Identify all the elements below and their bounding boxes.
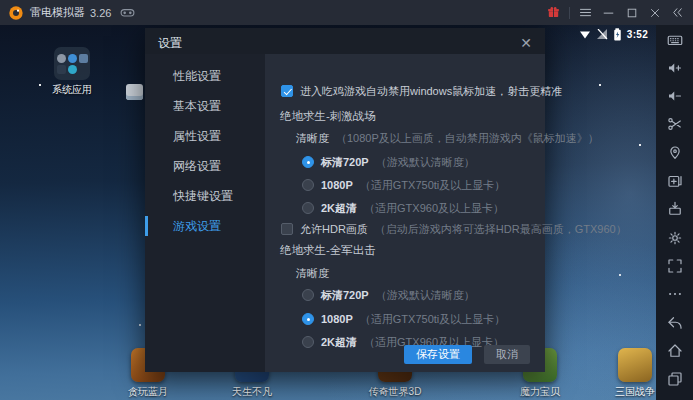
radio-icon[interactable] — [302, 179, 314, 191]
menu-icon — [578, 5, 593, 20]
toolbar-fullscreen-button[interactable] — [665, 257, 685, 276]
game-settings-panel: 进入吃鸡游戏自动禁用windows鼠标加速，射击更精准 绝地求生-刺激战场 清晰… — [265, 54, 545, 372]
close-window-button[interactable] — [643, 0, 666, 25]
radio-icon[interactable] — [302, 313, 314, 325]
dialog-header: 设置 ✕ — [145, 28, 545, 54]
fullscreen-icon — [666, 257, 684, 275]
toolbar-settings-button[interactable] — [665, 228, 685, 247]
cell-signal-icon — [596, 29, 608, 40]
radio-icon[interactable] — [302, 336, 314, 348]
mini-gear-icon — [57, 54, 66, 63]
maximize-button[interactable] — [620, 0, 643, 25]
emulator-window: 雷电模拟器 3.26 — [0, 0, 693, 400]
nav-label: 快捷键设置 — [173, 188, 233, 205]
checkbox-icon[interactable] — [281, 223, 293, 235]
mini-browser-icon — [68, 65, 77, 74]
mini-camera-icon — [57, 65, 66, 74]
dialog-title: 设置 — [158, 35, 182, 52]
wifi-icon — [579, 29, 591, 40]
radio-icon[interactable] — [302, 156, 314, 168]
folder-icon[interactable] — [54, 47, 90, 80]
minimize-button[interactable] — [597, 0, 620, 25]
nav-item-shortcuts[interactable]: 快捷键设置 — [145, 181, 265, 211]
dialog-footer: 保存设置 取消 — [404, 345, 530, 364]
gift-button[interactable] — [542, 0, 565, 25]
maximize-icon — [625, 6, 639, 20]
chevrons-left-icon — [670, 5, 685, 20]
nav-item-property[interactable]: 属性设置 — [145, 121, 265, 151]
nav-label: 性能设置 — [173, 68, 221, 85]
radio-option-1080p-s1[interactable]: 1080P （适用GTX750ti及以上显卡） — [302, 178, 505, 192]
titlebar: 雷电模拟器 3.26 — [0, 0, 693, 25]
gift-icon — [546, 5, 561, 20]
titlebar-separator — [569, 7, 570, 19]
toolbar-volume-down-button[interactable] — [665, 87, 685, 106]
dialog-close-button[interactable]: ✕ — [520, 36, 532, 50]
toolbar-location-button[interactable] — [665, 143, 685, 162]
game-icon[interactable] — [618, 348, 652, 382]
clarity-label: 清晰度 — [296, 266, 329, 280]
menu-button[interactable] — [574, 0, 597, 25]
settings-nav: 性能设置 基本设置 属性设置 网络设置 快捷键设置 游戏设置 — [145, 54, 265, 372]
hdr-checkbox-row[interactable]: 允许HDR画质（启动后游戏内将可选择HDR最高画质，GTX960） — [281, 222, 627, 236]
section-title-pubg-mobile: 绝地求生-刺激战场 — [280, 109, 376, 123]
toolbar-multi-instance-button[interactable] — [665, 172, 685, 191]
desktop-folder-system-apps[interactable]: 系统应用 — [40, 47, 104, 97]
nav-label: 基本设置 — [173, 98, 221, 115]
toolbar-install-apk-button[interactable] — [665, 200, 685, 219]
cancel-button[interactable]: 取消 — [484, 345, 530, 364]
scissors-icon — [666, 115, 684, 133]
gear-icon — [666, 229, 684, 247]
volume-up-icon — [666, 59, 684, 77]
nav-item-performance[interactable]: 性能设置 — [145, 61, 265, 91]
more-dots-icon — [666, 285, 684, 303]
radio-option-720p-s1[interactable]: 标清720P （游戏默认清晰度） — [302, 155, 475, 169]
toolbar-home-button[interactable] — [665, 342, 685, 361]
home-icon — [666, 342, 684, 360]
clarity-heading-1: 清晰度（1080P及以上画质，自动禁用游戏内《鼠标加速》） — [296, 131, 599, 145]
folder-label: 系统应用 — [40, 83, 104, 97]
toolbar-back-button[interactable] — [665, 313, 685, 332]
toolbar-more-button[interactable] — [665, 285, 685, 304]
install-apk-icon — [666, 200, 684, 218]
status-time: 3:52 — [627, 29, 648, 40]
radio-option-720p-s2[interactable]: 标清720P （游戏默认清晰度） — [302, 288, 475, 302]
android-status-bar: 3:52 — [579, 28, 648, 41]
close-icon — [648, 6, 662, 20]
toolbar-recent-apps-button[interactable] — [665, 370, 685, 389]
location-pin-icon — [666, 144, 684, 162]
section-title-pubg-army-attack: 绝地求生-全军出击 — [280, 243, 376, 257]
recent-apps-icon — [666, 370, 684, 388]
nav-item-network[interactable]: 网络设置 — [145, 151, 265, 181]
volume-down-icon — [666, 87, 684, 105]
mini-files-icon — [79, 54, 88, 63]
settings-dialog: 设置 ✕ 性能设置 基本设置 属性设置 网络设置 快捷键设置 游戏设置 进入吃鸡… — [145, 28, 545, 372]
partially-hidden-desktop-icon[interactable] — [126, 84, 143, 100]
mini-globe-icon — [68, 54, 77, 63]
app-logo-icon — [8, 5, 24, 21]
clarity-label: 清晰度 — [296, 131, 329, 145]
window-version: 3.26 — [90, 7, 111, 19]
nav-item-game-settings[interactable]: 游戏设置 — [145, 211, 265, 241]
gamepad-icon[interactable] — [119, 4, 136, 21]
save-settings-button[interactable]: 保存设置 — [404, 345, 472, 364]
radio-option-2k-s1[interactable]: 2K超清 （适用GTX960及以上显卡） — [302, 201, 504, 215]
minimize-icon — [601, 5, 616, 20]
collapse-sidebar-button[interactable] — [666, 0, 689, 25]
toolbar-keyboard-button[interactable] — [665, 30, 685, 49]
multi-window-plus-icon — [666, 172, 684, 190]
radio-option-1080p-s2[interactable]: 1080P （适用GTX750ti及以上显卡） — [302, 312, 505, 326]
hdr-label: 允许HDR画质 — [300, 222, 368, 236]
clarity-note: （1080P及以上画质，自动禁用游戏内《鼠标加速》） — [336, 131, 599, 145]
toolbar-screenshot-button[interactable] — [665, 115, 685, 134]
clarity-heading-2: 清晰度 — [296, 266, 329, 280]
nav-label: 游戏设置 — [173, 218, 221, 235]
nav-item-basic[interactable]: 基本设置 — [145, 91, 265, 121]
dialog-body: 性能设置 基本设置 属性设置 网络设置 快捷键设置 游戏设置 进入吃鸡游戏自动禁… — [145, 54, 545, 372]
nav-label: 属性设置 — [173, 128, 221, 145]
toolbar-volume-up-button[interactable] — [665, 58, 685, 77]
mouse-acceleration-checkbox-row[interactable]: 进入吃鸡游戏自动禁用windows鼠标加速，射击更精准 — [281, 84, 562, 98]
radio-icon[interactable] — [302, 202, 314, 214]
checkbox-icon[interactable] — [281, 85, 293, 97]
radio-icon[interactable] — [302, 289, 314, 301]
